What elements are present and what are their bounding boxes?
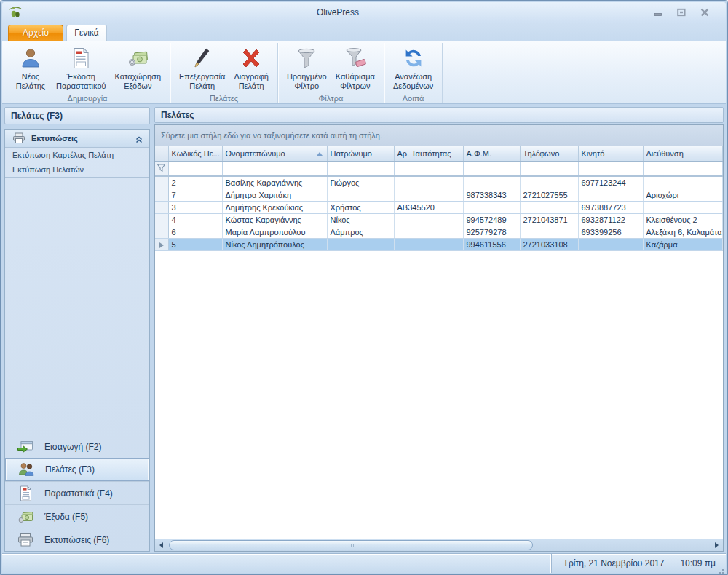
cell-mobile: [578, 189, 643, 201]
delete-customer-button[interactable]: Διαγραφή Πελάτη: [229, 44, 273, 91]
restore-button[interactable]: [676, 8, 687, 17]
cell-address: Καζάρμα: [643, 238, 723, 250]
cell-patronym: Νίκος: [327, 213, 394, 226]
group-by-box[interactable]: Σύρετε μια στήλη εδώ για να ταξινομήσετε…: [155, 125, 723, 146]
filter-cell[interactable]: [168, 161, 222, 176]
new-customer-button[interactable]: Νέος Πελάτης: [9, 44, 52, 91]
scrollbar-track[interactable]: [167, 539, 711, 551]
chevron-double-up-icon[interactable]: [135, 134, 143, 143]
table-row[interactable]: 3 Δημήτρης Κρεκούκιας Χρήστος AB345520 6…: [155, 201, 723, 213]
cell-id-number: [394, 226, 463, 238]
horizontal-scrollbar[interactable]: [155, 539, 723, 551]
expenses-money-icon: [126, 47, 149, 70]
filter-cell[interactable]: [327, 161, 394, 176]
ribbon-group-caption: Πελάτες: [170, 94, 277, 103]
print-customer-card-item[interactable]: Εκτύπωση Καρτέλας Πελάτη: [5, 148, 149, 162]
print-group: Εκτυπώσεις Εκτύπωση Καρτέλας Πελάτη Εκτύ…: [5, 130, 149, 178]
column-header-label: Ονοματεπώνυμο: [226, 149, 285, 158]
grid-filter-row: [155, 161, 723, 176]
ribbon-group-caption: Λοιπά: [384, 94, 442, 103]
cell-mobile: 6977123244: [578, 176, 643, 189]
cell-mobile: 693399256: [578, 226, 643, 238]
customers-grid-container: Σύρετε μια στήλη εδώ για να ταξινομήσετε…: [154, 124, 724, 552]
column-header-mobile[interactable]: Κινητό: [578, 146, 643, 161]
button-label: Καταχώρηση Εξόδων: [115, 72, 161, 91]
refresh-data-button[interactable]: Ανανέωση Δεδομένων: [389, 44, 438, 91]
cell-address: Αριοχώρι: [643, 189, 723, 201]
column-header-phone[interactable]: Τηλέφωνο: [520, 146, 578, 161]
close-button[interactable]: [700, 8, 710, 17]
column-header-code[interactable]: Κωδικός Πε...: [168, 146, 222, 161]
sidebar-nav-list: Εισαγωγή (F2) Πελάτες (F3): [5, 435, 149, 551]
table-row[interactable]: 4 Κώστας Καραγιάννης Νίκος 994572489 272…: [155, 213, 723, 226]
filter-funnel-icon: [295, 47, 318, 70]
file-application-button[interactable]: Αρχείο: [8, 25, 63, 41]
cell-fullname: Δημήτρης Κρεκούκιας: [222, 201, 327, 213]
scroll-left-button[interactable]: [155, 539, 167, 551]
clear-filter-funnel-icon: [344, 47, 367, 70]
button-label: Επεξεργασία Πελάτη: [179, 72, 225, 91]
filter-cell[interactable]: [643, 161, 723, 176]
cell-id-number: [394, 189, 463, 201]
tab-general[interactable]: Γενικά: [66, 25, 107, 41]
grid-header-row: Κωδικός Πε... Ονοματεπώνυμο Πατρώνυμο Αρ…: [155, 146, 723, 161]
table-row[interactable]: 7 Δήμητρα Χαριτάκη 987338343 2721027555 …: [155, 189, 723, 201]
filter-cell[interactable]: [520, 161, 578, 176]
column-header-label: Αρ. Ταυτότητας: [397, 149, 451, 158]
cell-id-number: [394, 176, 463, 189]
cell-code: 6: [168, 226, 222, 238]
sidebar-item-customers[interactable]: Πελάτες (F3): [5, 458, 149, 481]
cell-address: Αλεξάκη 6, Καλαμάτα: [643, 226, 723, 238]
sidebar-item-label: Πελάτες (F3): [45, 464, 95, 475]
filter-indicator-cell: [155, 161, 168, 176]
scrollbar-thumb[interactable]: [169, 540, 533, 550]
printer-icon: [17, 531, 34, 549]
table-row[interactable]: 6 Μαρία Λαμπροπούλου Λάμπρος 925779278 6…: [155, 226, 723, 238]
clear-filters-button[interactable]: Καθάρισμα Φίλτρων: [331, 44, 379, 91]
sidebar-item-import[interactable]: Εισαγωγή (F2): [5, 435, 149, 458]
column-header-patronym[interactable]: Πατρώνυμο: [327, 146, 394, 161]
table-row[interactable]: 2 Βασίλης Καραγιάννης Γιώργος 6977123244: [155, 176, 723, 189]
column-header-vat[interactable]: Α.Φ.Μ.: [463, 146, 520, 161]
status-datetime-panel: Τρίτη, 21 Νοεμβρίου 2017 10:09 πμ: [551, 554, 726, 573]
cell-mobile: [578, 238, 643, 250]
column-header-address[interactable]: Διεύθυνση: [643, 146, 723, 161]
filter-funnel-outline-icon: [157, 163, 166, 172]
cell-id-number: [394, 238, 463, 250]
cell-phone: [520, 201, 578, 213]
cell-patronym: [327, 189, 394, 201]
cell-vat: 987338343: [463, 189, 520, 201]
resize-grip[interactable]: [722, 569, 724, 571]
column-header-label: Κωδικός Πε...: [172, 149, 220, 158]
cell-address: [643, 176, 723, 189]
filter-cell[interactable]: [463, 161, 520, 176]
sidebar-item-printouts[interactable]: Εκτυπώσεις (F6): [5, 528, 149, 551]
issue-invoice-button[interactable]: Έκδοση Παραστατικού: [52, 44, 111, 91]
sidebar-item-expenses[interactable]: Έξοδα (F5): [5, 504, 149, 528]
minimize-button[interactable]: [653, 8, 663, 17]
invoice-document-icon: [69, 47, 92, 70]
row-indicator-cell: [155, 226, 168, 238]
ribbon-group-create: Νέος Πελάτης Έκδοση Παραστατικού: [5, 43, 170, 103]
cell-fullname: Δήμητρα Χαριτάκη: [222, 189, 327, 201]
register-expenses-button[interactable]: Καταχώρηση Εξόδων: [111, 44, 165, 91]
column-header-id-number[interactable]: Αρ. Ταυτότητας: [394, 146, 463, 161]
sidebar-item-invoices[interactable]: Παραστατικά (F4): [5, 481, 149, 504]
filter-cell[interactable]: [578, 161, 643, 176]
row-indicator-cell: [155, 238, 168, 250]
table-row-selected[interactable]: 5 Νίκος Δημητρόπουλος 994611556 27210331…: [155, 238, 723, 250]
cell-address: Κλεισθένους 2: [643, 213, 723, 226]
advanced-filter-button[interactable]: Προηγμένο Φίλτρο: [282, 44, 331, 91]
print-group-header[interactable]: Εκτυπώσεις: [5, 130, 149, 148]
filter-cell[interactable]: [394, 161, 463, 176]
cell-phone: [520, 176, 578, 189]
column-header-fullname[interactable]: Ονοματεπώνυμο: [222, 146, 327, 161]
scroll-right-button[interactable]: [711, 539, 723, 551]
cell-id-number: [394, 213, 463, 226]
window-controls: [653, 8, 720, 17]
customers-people-icon: [17, 461, 35, 478]
print-customers-item[interactable]: Εκτύπωση Πελατών: [5, 162, 149, 177]
edit-customer-button[interactable]: Επεξεργασία Πελάτη: [175, 44, 229, 91]
current-row-arrow-icon: [159, 242, 164, 248]
filter-cell[interactable]: [222, 161, 327, 176]
